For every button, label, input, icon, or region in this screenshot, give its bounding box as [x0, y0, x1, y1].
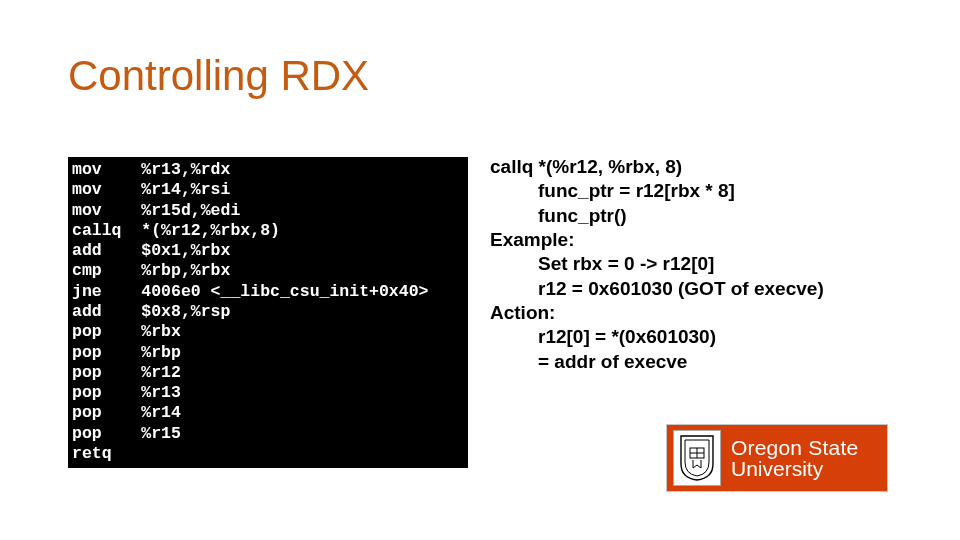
asm-line: mov %r15d,%edi	[72, 201, 464, 221]
note-line: r12[0] = *(0x601030)	[490, 325, 930, 349]
asm-line: add $0x1,%rbx	[72, 241, 464, 261]
asm-line: pop %rbp	[72, 343, 464, 363]
asm-line: mov %r14,%rsi	[72, 180, 464, 200]
logo-crest-icon	[673, 430, 721, 486]
asm-line: pop %r15	[72, 424, 464, 444]
logo-line2: University	[731, 458, 858, 479]
note-line: = addr of execve	[490, 350, 930, 374]
note-line: r12 = 0x601030 (GOT of execve)	[490, 277, 930, 301]
note-line: callq *(%r12, %rbx, 8)	[490, 155, 930, 179]
note-line: Example:	[490, 228, 930, 252]
asm-line: pop %r12	[72, 363, 464, 383]
note-line: Action:	[490, 301, 930, 325]
asm-line: pop %rbx	[72, 322, 464, 342]
asm-line: mov %r13,%rdx	[72, 160, 464, 180]
asm-line: pop %r13	[72, 383, 464, 403]
asm-line: jne 4006e0 <__libc_csu_init+0x40>	[72, 282, 464, 302]
asm-line: add $0x8,%rsp	[72, 302, 464, 322]
asm-line: callq *(%r12,%rbx,8)	[72, 221, 464, 241]
assembly-code-block: mov %r13,%rdx mov %r14,%rsi mov %r15d,%e…	[68, 157, 468, 468]
slide-title: Controlling RDX	[68, 52, 369, 100]
note-line: func_ptr = r12[rbx * 8]	[490, 179, 930, 203]
asm-line: retq	[72, 444, 464, 464]
asm-line: pop %r14	[72, 403, 464, 423]
asm-line: cmp %rbp,%rbx	[72, 261, 464, 281]
note-line: func_ptr()	[490, 204, 930, 228]
logo-text: Oregon State University	[731, 437, 858, 479]
note-line: Set rbx = 0 -> r12[0]	[490, 252, 930, 276]
explanation-notes: callq *(%r12, %rbx, 8) func_ptr = r12[rb…	[490, 155, 930, 374]
logo-line1: Oregon State	[731, 437, 858, 458]
oregon-state-logo: Oregon State University	[666, 424, 888, 492]
slide: Controlling RDX mov %r13,%rdx mov %r14,%…	[0, 0, 960, 540]
